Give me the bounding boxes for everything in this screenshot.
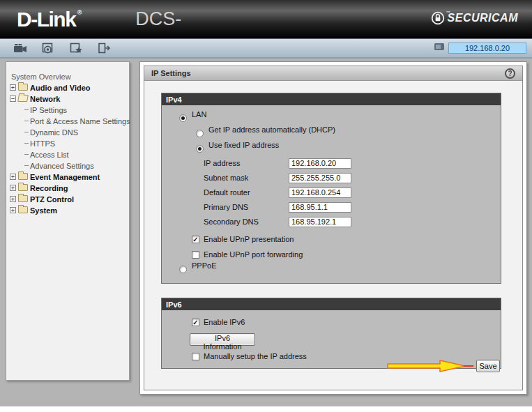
sidebar-item-label: Event Management [30,173,100,181]
dhcp-label: Get IP address automatically (DHCP) [208,125,335,134]
trademark-mark: ™ [446,10,451,15]
sidebar-item-port-access-name-settings[interactable]: Port & Access Name Settings [24,116,126,126]
sidebar-item-label: Recording [30,184,68,192]
ipv4-group-header: IPv4 [162,93,501,105]
subnet-mask-field[interactable] [289,173,351,183]
sidebar-item-label: Audio and Video [30,84,91,92]
sidebar-item-system-overview[interactable]: System Overview [11,71,126,82]
sidebar-item-access-list[interactable]: Access List [24,149,126,160]
save-button[interactable]: Save [476,360,500,372]
sidebar-item-label: PTZ Control [30,195,74,204]
save-row: Save [386,358,500,374]
setup-icon[interactable] [68,42,84,54]
help-icon[interactable]: ? [505,68,515,79]
page-title: IP Settings [151,69,191,77]
sidebar-item-label: Dynamic DNS [30,128,78,137]
bottom-margin [0,406,532,412]
sidebar-item-label: Access List [30,151,69,159]
sidebar-item-audio-and-video[interactable]: + Audio and Video [10,82,126,93]
manual-ipv6-checkbox[interactable] [192,353,199,360]
camera-ip-address[interactable]: 192.168.0.20 [448,43,526,54]
network-children: IP Settings Port & Access Name Settings … [10,105,126,171]
upnp-presentation-checkbox[interactable]: ✓ [192,236,199,243]
primary-dns-label: Primary DNS [204,203,289,211]
screen-icon [434,42,445,54]
pppoe-radio[interactable] [179,266,187,273]
open-folder-icon [17,95,29,102]
toolbar: 192.168.0.20 [0,38,532,59]
expand-plus-icon[interactable]: + [10,196,16,202]
sidebar-item-advanced-settings[interactable]: Advanced Settings [24,160,126,171]
fixed-ip-radio[interactable] [196,145,204,153]
model-name: DCS- [135,8,181,30]
sidebar-item-label: Advanced Settings [30,162,94,170]
main-panel: IP Settings ? IPv4 LAN Get IP address au… [139,61,527,395]
secondary-dns-field[interactable] [289,217,351,227]
tree-connector [24,132,29,132]
ip-address-field[interactable] [289,158,351,169]
ipv6-information-button[interactable]: IPv6 Information [190,333,255,346]
default-router-field[interactable] [289,188,351,198]
folder-icon [18,173,28,180]
navigation-tree: System Overview + Audio and Video − Netw… [6,61,130,381]
folder-icon [18,84,28,91]
registered-mark: ® [77,9,82,16]
sidebar-item-dynamic-dns[interactable]: Dynamic DNS [24,127,126,137]
sidebar-item-label: IP Settings [30,106,67,114]
expand-plus-icon[interactable]: + [10,185,16,191]
pppoe-label: PPPoE [192,261,216,270]
brand-text: D-Link [17,8,75,31]
ipv6-group-header: IPv6 [162,298,501,310]
sidebar-item-label: System [30,206,57,215]
main-panel-inner: IP Settings ? IPv4 LAN Get IP address au… [144,66,523,390]
dlink-logo: D-Link® [17,8,75,31]
default-router-label: Default router [204,188,289,197]
sidebar-item-label: HTTPS [30,139,55,148]
logout-icon[interactable] [96,42,112,54]
sidebar-item-label: System Overview [11,73,71,81]
folder-icon [18,184,28,191]
securicam-text: ™SECURICAM [448,12,518,24]
folder-icon [18,206,28,213]
upnp-port-forwarding-label: Enable UPnP port forwarding [204,250,303,259]
tree-connector [24,121,29,121]
lock-icon [431,11,445,25]
subnet-mask-label: Subnet mask [204,174,289,182]
lan-label: LAN [192,110,206,119]
fixed-ip-label: Use fixed IP address [208,141,279,149]
securicam-logo: ™SECURICAM [431,11,518,25]
expand-plus-icon[interactable]: + [10,84,16,91]
tree-connector [24,143,29,144]
tree-connector [24,109,29,110]
collapse-minus-icon[interactable]: − [10,96,16,102]
expand-plus-icon[interactable]: + [10,174,16,180]
annotation-arrow-icon [386,358,475,374]
primary-dns-field[interactable] [289,202,351,213]
sidebar-item-system[interactable]: + System [10,205,126,215]
sidebar-item-network[interactable]: − Network [10,93,126,104]
sidebar-item-label: Port & Access Name Settings [30,117,130,125]
dhcp-radio[interactable] [196,130,204,137]
live-view-icon[interactable] [40,42,56,54]
video-camera-icon[interactable] [13,42,28,54]
tree-connector [24,154,29,155]
sidebar-item-recording[interactable]: + Recording [10,183,126,193]
folder-icon [18,195,28,202]
sidebar-item-ip-settings[interactable]: IP Settings [24,105,126,115]
enable-ipv6-label: Enable IPv6 [204,318,245,326]
sidebar-item-ptz-control[interactable]: + PTZ Control [10,194,126,204]
top-banner: D-Link® DCS- ™SECURICAM [0,0,532,38]
ip-address-label: IP address [204,159,289,167]
sidebar-item-event-management[interactable]: + Event Management [10,171,126,182]
panel-title-bar: IP Settings ? [144,66,522,81]
manual-ipv6-label: Manually setup the IP address [204,352,307,360]
upnp-port-forwarding-checkbox[interactable] [192,251,199,259]
enable-ipv6-checkbox[interactable]: ✓ [192,319,199,326]
upnp-presentation-label: Enable UPnP presentation [204,235,294,243]
lan-radio[interactable] [179,114,187,122]
sidebar-item-label: Network [30,95,60,103]
sidebar-item-https[interactable]: HTTPS [24,138,126,148]
secondary-dns-label: Secondary DNS [204,218,289,226]
ipv4-group: IPv4 LAN Get IP address automatically (D… [161,93,501,284]
expand-plus-icon[interactable]: + [10,207,16,213]
